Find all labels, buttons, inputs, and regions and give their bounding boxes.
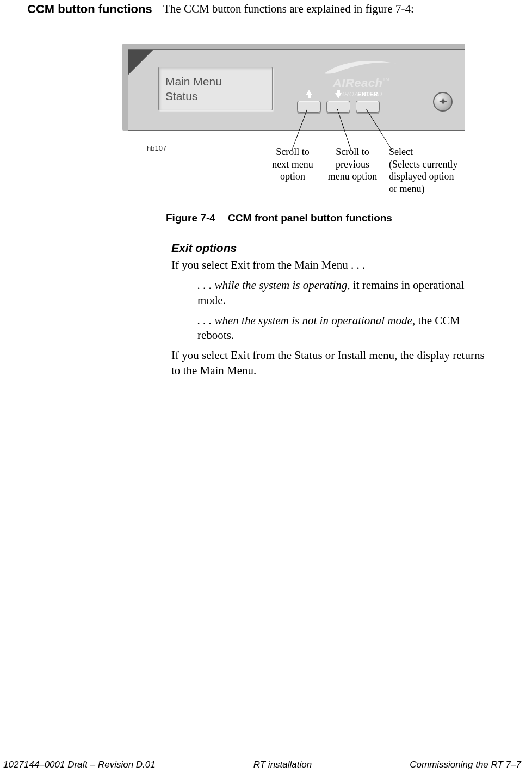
callout-scroll-up: Scroll tonext menuoption — [263, 146, 323, 183]
footer-center: RT installation — [253, 759, 312, 770]
exit-b1-ital: . . . while the system is operating, — [197, 279, 350, 292]
callout-enter: Select(Selects currentlydisplayed option… — [389, 146, 481, 195]
down-arrow-icon — [326, 90, 350, 98]
page-footer: 1027144–0001 Draft – Revision D.01 RT in… — [0, 759, 532, 770]
footer-right: Commissioning the RT 7–7 — [410, 759, 521, 770]
exit-p2: If you select Exit from the Status or In… — [171, 348, 494, 378]
exit-p1: If you select Exit from the Main Menu . … — [171, 258, 494, 273]
logo-title: AIReachTM — [323, 77, 399, 89]
exit-bullet-2: . . . when the system is not in operatio… — [197, 313, 494, 343]
callout-scroll-down: Scroll topreviousmenu option — [323, 146, 382, 183]
logo-title-text: AIReach — [333, 76, 383, 90]
lcd-line-2: Status — [165, 89, 265, 103]
lcd-line-1: Main Menu — [165, 74, 265, 89]
logo-swoosh-icon — [323, 58, 399, 77]
section-heading: CCM button functions — [0, 2, 163, 16]
logo-tm: TM — [382, 77, 389, 82]
button-row: ENTER — [297, 90, 380, 113]
device-front-panel: Main Menu Status AIReachTM BROADBAND — [128, 49, 465, 131]
scroll-down-button[interactable] — [326, 101, 350, 113]
panel-screw-icon: ✦ — [433, 92, 453, 112]
exit-bullet-1: . . . while the system is operating, it … — [197, 278, 494, 308]
figure-number: Figure 7-4 — [166, 212, 215, 224]
up-arrow-icon — [297, 90, 321, 98]
exit-b2-ital: . . . when the system is not in operatio… — [197, 314, 415, 327]
figure-caption-text: CCM front panel button functions — [228, 212, 392, 224]
figure-7-4: Main Menu Status AIReachTM BROADBAND — [122, 44, 487, 224]
footer-left: 1027144–0001 Draft – Revision D.01 — [3, 759, 156, 770]
lcd-display: Main Menu Status — [158, 67, 273, 110]
exit-options-heading: Exit options — [171, 242, 494, 255]
enter-label: ENTER — [356, 90, 380, 98]
scroll-up-button[interactable] — [297, 101, 321, 113]
figure-caption: Figure 7-4 CCM front panel button functi… — [166, 212, 487, 224]
figure-id-label: hb107 — [147, 144, 166, 152]
section-intro: The CCM button functions are explained i… — [163, 2, 532, 16]
panel-shadow: Main Menu Status AIReachTM BROADBAND — [122, 44, 465, 131]
enter-button[interactable] — [356, 101, 380, 113]
